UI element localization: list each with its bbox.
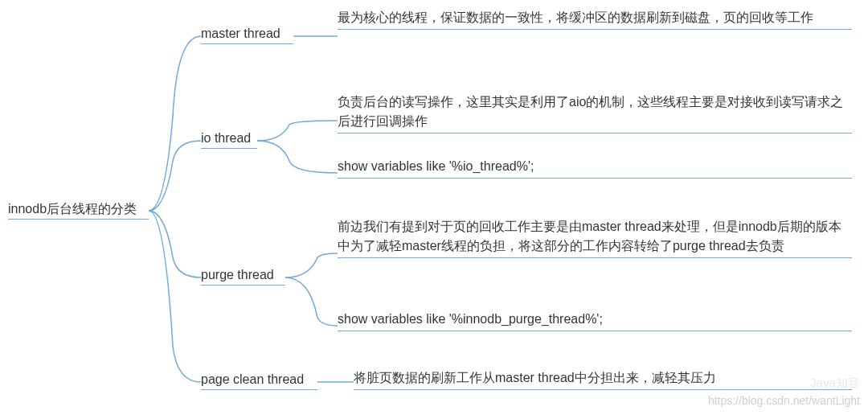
leaf-master-desc: 最为核心的线程，保证数据的一致性，将缓冲区的数据刷新到磁盘，页的回收等工作 bbox=[338, 8, 852, 30]
leaf-io-desc: 负责后台的读写操作，这里其实是利用了aio的机制，这些线程主要是对接收到读写请求… bbox=[338, 92, 852, 134]
branch-io-thread: io thread bbox=[201, 129, 257, 149]
leaf-purge-desc: 前边我们有提到对于页的回收工作主要是由master thread来处理，但是in… bbox=[338, 217, 852, 258]
root-node: innodb后台线程的分类 bbox=[8, 199, 149, 220]
branch-page-clean-thread: page clean thread bbox=[201, 370, 317, 390]
leaf-page-clean-desc: 将脏页数据的刷新工作从master thread中分担出来，减轻其压力 bbox=[354, 368, 852, 390]
branch-purge-thread: purge thread bbox=[201, 265, 285, 286]
leaf-io-sql: show variables like '%io_thread%'; bbox=[338, 157, 852, 179]
watermark-url: https://blog.csdn.net/wantLight bbox=[708, 394, 860, 407]
watermark-brand: Java知音 bbox=[810, 376, 860, 391]
leaf-purge-sql: show variables like '%innodb_purge_threa… bbox=[338, 310, 852, 331]
branch-master-thread: master thread bbox=[201, 24, 293, 44]
